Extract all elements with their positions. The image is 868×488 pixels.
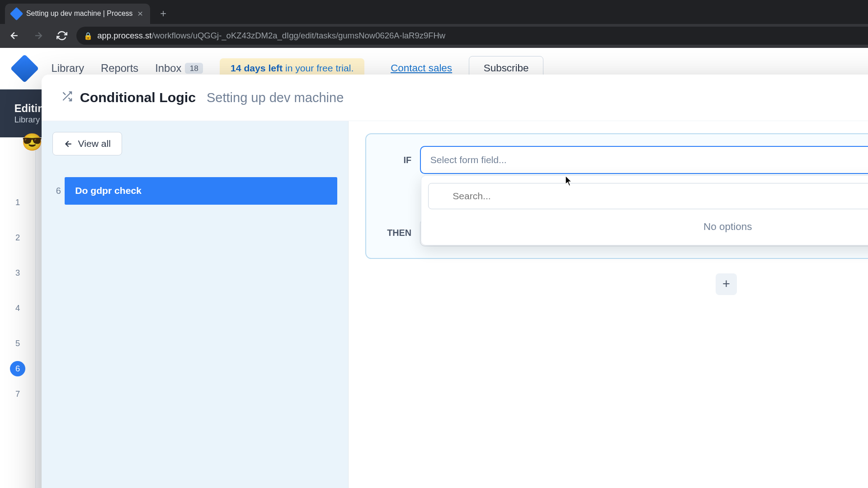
url-text: app.process.st/workflows/uQGGj-_oKZ43zDM… [97, 31, 445, 41]
no-options-text: No options [428, 209, 868, 238]
field-select-placeholder: Select form field... [430, 155, 507, 165]
task-num: 2 [0, 220, 35, 255]
field-search-input[interactable] [428, 183, 868, 209]
modal-main: IF Select form field... No options [349, 121, 868, 488]
trial-rest: in your free trial. [283, 63, 354, 73]
tab-close-icon[interactable]: × [137, 8, 143, 19]
arrow-left-icon [64, 139, 73, 149]
address-bar-row: 🔒 app.process.st/workflows/uQGGj-_oKZ43z… [0, 24, 868, 48]
then-label: THEN [383, 228, 411, 238]
shuffle-icon [61, 90, 73, 105]
reload-button[interactable] [52, 26, 71, 45]
modal-body: View all 6 Do gdpr check IF Select form … [42, 121, 868, 488]
browser-tab[interactable]: Setting up dev machine | Process × [5, 4, 151, 24]
task-num: 5 [0, 326, 35, 361]
app-logo-icon[interactable] [10, 54, 38, 83]
tab-strip: Setting up dev machine | Process × + [0, 0, 172, 24]
task-list-background: 😎 1 2 3 4 5 6 7 [0, 137, 36, 488]
forward-button[interactable] [28, 26, 47, 45]
inbox-count-badge: 18 [185, 63, 203, 74]
back-button[interactable] [5, 26, 24, 45]
modal-subtitle: Setting up dev machine [207, 90, 344, 105]
address-bar[interactable]: 🔒 app.process.st/workflows/uQGGj-_oKZ43z… [76, 27, 868, 45]
nav-inbox-label: Inbox [155, 62, 181, 75]
modal-header: Conditional Logic Setting up dev machine… [42, 75, 868, 121]
condition-card: IF Select form field... No options [365, 133, 868, 259]
browser-chrome: Setting up dev machine | Process × + ⌄ ─… [0, 0, 868, 24]
task-num: 7 [0, 376, 35, 412]
if-label: IF [383, 155, 411, 165]
new-tab-button[interactable]: + [155, 5, 172, 22]
form-field-select[interactable]: Select form field... No options [420, 146, 868, 174]
task-num: 3 [0, 255, 35, 291]
modal-title: Conditional Logic [80, 90, 196, 105]
favicon-icon [10, 7, 24, 20]
rule-item[interactable]: 6 Do gdpr check [52, 177, 337, 205]
if-row: IF Select form field... No options [383, 146, 868, 174]
tab-title: Setting up dev machine | Process [26, 9, 133, 18]
conditional-logic-modal: Conditional Logic Setting up dev machine… [42, 75, 868, 488]
trial-days: 14 days left [231, 63, 283, 73]
nav-reports[interactable]: Reports [101, 62, 138, 75]
rule-number: 6 [52, 177, 64, 205]
rule-name: Do gdpr check [65, 177, 338, 205]
modal-sidebar: View all 6 Do gdpr check [42, 121, 348, 488]
view-all-label: View all [78, 138, 111, 149]
task-num: 4 [0, 291, 35, 326]
task-num-active: 6 [10, 361, 25, 376]
nav-library[interactable]: Library [52, 62, 85, 75]
view-all-button[interactable]: View all [52, 132, 122, 155]
nav-inbox[interactable]: Inbox 18 [155, 62, 203, 75]
add-rule-button[interactable]: + [716, 273, 737, 295]
lock-icon: 🔒 [84, 32, 93, 40]
task-num: 1 [0, 185, 35, 220]
field-dropdown-panel: No options [421, 175, 868, 245]
emoji-icon: 😎 [22, 132, 42, 152]
contact-sales-link[interactable]: Contact sales [391, 62, 452, 74]
